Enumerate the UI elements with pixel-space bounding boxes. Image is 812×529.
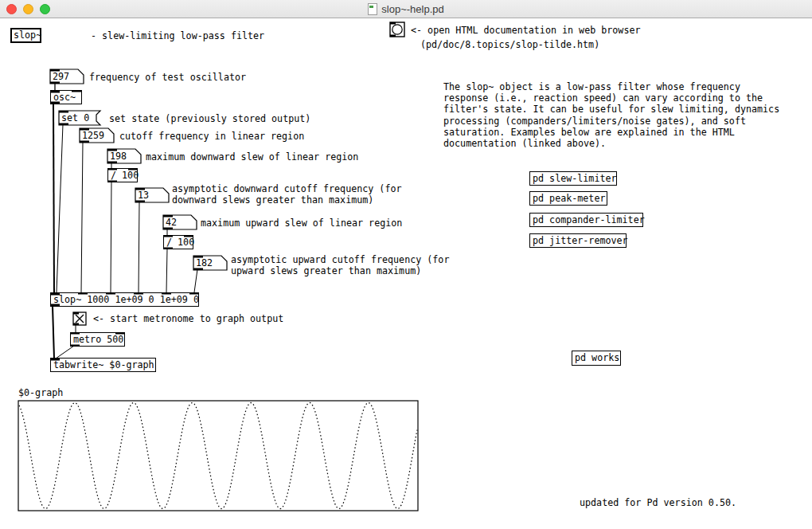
- toggle-comment: <- start metronome to graph output: [93, 313, 283, 324]
- document-icon: [368, 3, 377, 15]
- array-graph: [18, 401, 418, 511]
- up-slew-comment: maximum upward slew of linear region: [201, 217, 402, 229]
- cutoff-comment: cutoff frequency in linear region: [119, 131, 304, 142]
- doc-path-comment: (pd/doc/8.topics/slop-tilde.htm): [420, 39, 599, 50]
- titlebar: slop~-help.pd: [0, 0, 812, 18]
- number-box-down-asymp[interactable]: 13: [135, 188, 169, 202]
- tabwrite-object[interactable]: tabwrite~ $0-graph: [50, 358, 156, 372]
- wire: [56, 346, 74, 359]
- number-box-frequency[interactable]: 297: [50, 69, 84, 84]
- metro-object[interactable]: metro 500: [70, 332, 125, 347]
- number-box-up-slew[interactable]: 42: [163, 215, 197, 229]
- intro-comment: The slop~ object is a low-pass filter wh…: [443, 81, 779, 149]
- wire: [57, 124, 63, 292]
- slop-main-object[interactable]: slop~ 1000 1e+09 0 1e+09 0: [50, 292, 199, 307]
- divide-object-b[interactable]: / 100: [163, 235, 193, 249]
- graph-border: [18, 401, 418, 511]
- tagline-comment: - slew-limiting low-pass filter: [91, 30, 264, 41]
- subpatch-compander-limiter[interactable]: pd compander-limiter: [529, 213, 643, 227]
- pd-patch-window: slop~-help.pd slop~ 297 osc~ set 0 125: [0, 0, 812, 529]
- wire-signal: [53, 104, 54, 292]
- set-state-comment: set state (previously stored output): [109, 113, 310, 124]
- wire: [81, 142, 83, 292]
- down-slew-comment: maximum downward slew of linear region: [146, 151, 358, 163]
- up-asymp-comment: asymptotic upward cutoff frequency (for …: [231, 254, 449, 276]
- graph-label: $0-graph: [18, 387, 63, 398]
- wire: [166, 249, 167, 292]
- doc-link-comment: <- open HTML documentation in web browse…: [411, 25, 641, 36]
- osc-object[interactable]: osc~: [50, 90, 82, 104]
- number-box-up-asymp[interactable]: 182: [193, 256, 227, 270]
- wire: [139, 202, 139, 292]
- bang-open-docs[interactable]: [390, 22, 404, 37]
- set-message-box[interactable]: set 0: [59, 111, 100, 125]
- down-asymp-comment: asymptotic downward cutoff frequency (fo…: [172, 183, 402, 206]
- number-box-down-slew[interactable]: 198: [107, 149, 141, 163]
- metronome-toggle[interactable]: [73, 312, 86, 325]
- subpatch-slew-limiter[interactable]: pd slew-limiter: [529, 171, 617, 186]
- divide-object-a[interactable]: / 100: [107, 168, 138, 182]
- sine-waveform: [19, 403, 417, 509]
- slop-object-box[interactable]: slop~: [10, 28, 41, 43]
- subpatch-works[interactable]: pd works: [572, 351, 621, 366]
- freq-comment: frequency of test oscillator: [89, 72, 246, 83]
- window-title: slop~-help.pd: [381, 3, 443, 15]
- wire: [111, 182, 111, 292]
- wire-signal: [53, 306, 54, 359]
- number-box-cutoff[interactable]: 1259: [80, 128, 114, 143]
- subpatch-peak-meter[interactable]: pd peak-meter: [529, 191, 607, 206]
- wire: [194, 269, 197, 292]
- subpatch-jitter-remover[interactable]: pd jitter-remover: [529, 233, 627, 248]
- footer-comment: updated for Pd version 0.50.: [580, 497, 736, 508]
